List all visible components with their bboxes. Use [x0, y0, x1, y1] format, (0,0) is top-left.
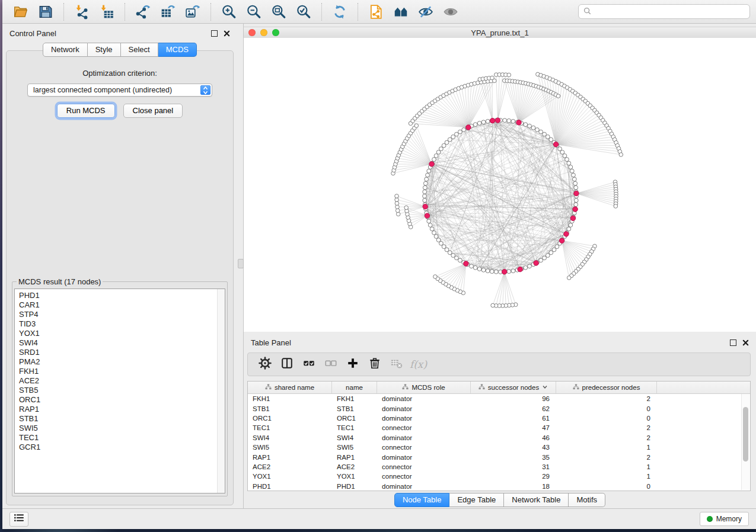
- network-node[interactable]: [614, 204, 618, 209]
- network-node[interactable]: [567, 227, 571, 231]
- network-node[interactable]: [524, 265, 528, 270]
- network-node[interactable]: [462, 128, 466, 132]
- column-header-predecessor-nodes[interactable]: predecessor nodes: [556, 382, 657, 393]
- network-node[interactable]: [434, 154, 438, 158]
- table-row[interactable]: FKH1FKH1dominator962: [248, 394, 750, 403]
- tab-select[interactable]: Select: [121, 43, 158, 57]
- automation-panel-button[interactable]: [9, 512, 28, 527]
- network-node[interactable]: [507, 73, 511, 77]
- hide-selected-button[interactable]: [417, 3, 435, 21]
- network-node[interactable]: [396, 212, 400, 216]
- network-node[interactable]: [428, 223, 432, 227]
- network-node[interactable]: [569, 223, 573, 227]
- table-row[interactable]: RAP1RAP1dominator352: [248, 452, 750, 462]
- network-node[interactable]: [395, 205, 400, 209]
- export-table-button[interactable]: [159, 3, 177, 21]
- network-node[interactable]: [507, 270, 511, 274]
- mcds-result-item[interactable]: TEC1: [19, 433, 225, 443]
- network-node[interactable]: [439, 147, 444, 151]
- close-panel-icon[interactable]: [224, 30, 230, 37]
- mcds-result-item[interactable]: ORC1: [19, 395, 225, 405]
- mcds-hub-node[interactable]: [564, 232, 569, 236]
- mcds-result-item[interactable]: STB5: [19, 386, 225, 395]
- mcds-result-item[interactable]: YOX1: [19, 329, 225, 338]
- mcds-hub-node[interactable]: [574, 191, 579, 196]
- show-all-button[interactable]: [442, 3, 460, 21]
- network-node[interactable]: [572, 177, 576, 181]
- mcds-hub-node[interactable]: [502, 270, 507, 274]
- tab-network[interactable]: Network: [43, 43, 88, 57]
- open-session-button[interactable]: [12, 3, 30, 21]
- network-node[interactable]: [442, 245, 446, 249]
- mcds-result-item[interactable]: CAR1: [19, 300, 225, 310]
- mcds-result-item[interactable]: RAP1: [19, 405, 225, 414]
- network-node[interactable]: [425, 177, 429, 181]
- network-node[interactable]: [539, 130, 543, 134]
- network-node[interactable]: [490, 76, 495, 80]
- zoom-fit-button[interactable]: [270, 3, 288, 21]
- network-node[interactable]: [573, 181, 578, 185]
- clear-checks-button[interactable]: [320, 356, 342, 373]
- network-node[interactable]: [494, 270, 498, 274]
- network-node[interactable]: [619, 153, 623, 157]
- mcds-result-item[interactable]: SWI5: [19, 424, 225, 433]
- network-from-file-button[interactable]: [367, 3, 385, 21]
- column-header-mcds-role[interactable]: MCDS role: [377, 382, 471, 393]
- network-node[interactable]: [570, 169, 574, 173]
- table-row[interactable]: ORC1ORC1dominator610: [248, 414, 750, 423]
- export-image-button[interactable]: [184, 3, 202, 21]
- network-node[interactable]: [490, 270, 494, 274]
- mcds-result-item[interactable]: STB1: [19, 414, 225, 424]
- network-node[interactable]: [448, 137, 452, 142]
- network-node[interactable]: [458, 130, 462, 134]
- mcds-result-item[interactable]: PHD1: [19, 291, 225, 300]
- mcds-result-item[interactable]: GCR1: [19, 443, 225, 452]
- mcds-hub-node[interactable]: [518, 267, 522, 271]
- network-node[interactable]: [432, 158, 436, 162]
- mcds-hub-node[interactable]: [516, 120, 521, 125]
- network-node[interactable]: [458, 258, 462, 262]
- table-row[interactable]: TEC1TEC1connector472: [248, 423, 750, 432]
- network-node[interactable]: [567, 161, 571, 165]
- network-node[interactable]: [491, 303, 495, 307]
- tab-mcds[interactable]: MCDS: [158, 43, 197, 57]
- network-node[interactable]: [556, 94, 560, 98]
- network-node[interactable]: [430, 227, 434, 231]
- network-node[interactable]: [546, 135, 550, 139]
- network-node[interactable]: [574, 203, 578, 207]
- memory-button[interactable]: Memory: [700, 512, 749, 526]
- network-node[interactable]: [451, 254, 455, 258]
- mcds-result-item[interactable]: TID3: [19, 319, 225, 329]
- network-node[interactable]: [486, 269, 490, 273]
- network-node[interactable]: [503, 118, 507, 123]
- network-node[interactable]: [395, 194, 399, 198]
- mcds-result-item[interactable]: FKH1: [19, 367, 225, 376]
- network-node[interactable]: [395, 201, 399, 206]
- network-node[interactable]: [470, 264, 474, 268]
- select-all-checks-button[interactable]: [298, 356, 320, 373]
- mcds-hub-node[interactable]: [464, 261, 468, 266]
- mcds-hub-node[interactable]: [490, 118, 495, 123]
- show-columns-button[interactable]: [276, 356, 298, 373]
- mcds-result-item[interactable]: ACE2: [19, 376, 225, 386]
- network-node[interactable]: [423, 194, 427, 198]
- network-node[interactable]: [414, 124, 419, 128]
- network-node[interactable]: [539, 258, 543, 262]
- network-node[interactable]: [528, 264, 532, 268]
- network-node[interactable]: [432, 231, 436, 235]
- network-node[interactable]: [481, 268, 486, 272]
- table-row[interactable]: YOX1YOX1connector291: [248, 472, 750, 481]
- mcds-hub-node[interactable]: [570, 216, 575, 220]
- network-node[interactable]: [395, 198, 399, 202]
- mcds-hub-node[interactable]: [553, 142, 558, 147]
- mcds-result-item[interactable]: SWI4: [19, 338, 225, 348]
- zoom-in-button[interactable]: [220, 3, 238, 21]
- network-node[interactable]: [567, 276, 571, 280]
- network-node[interactable]: [574, 185, 578, 190]
- network-canvas[interactable]: [244, 38, 756, 332]
- tab-edge-table[interactable]: Edge Table: [449, 493, 504, 507]
- network-node[interactable]: [426, 173, 430, 177]
- table-row[interactable]: SWI4SWI4dominator462: [248, 433, 750, 443]
- tab-style[interactable]: Style: [88, 43, 121, 57]
- table-row[interactable]: PHD1PHD1dominator180: [248, 482, 750, 491]
